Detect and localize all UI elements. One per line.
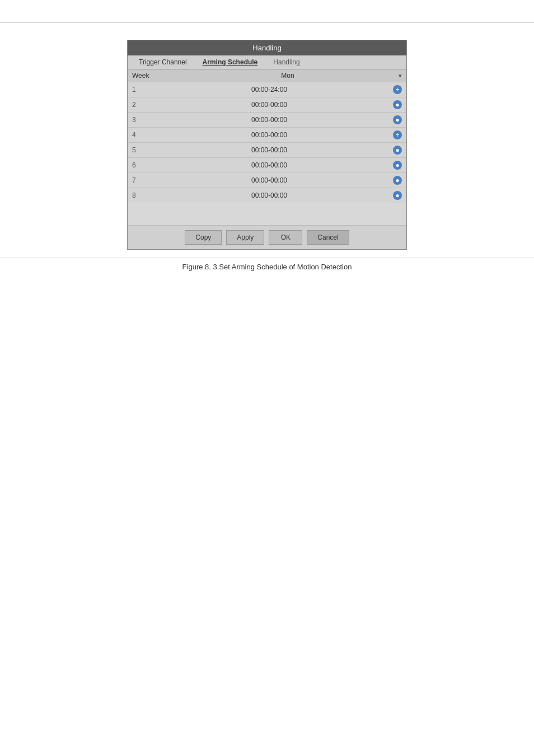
tab-arming-schedule[interactable]: Arming Schedule (196, 55, 265, 69)
row-num-5: 5 (128, 143, 150, 158)
dialog-container: Handling Trigger Channel Arming Schedule… (127, 40, 407, 250)
add-schedule-button-4[interactable]: + (393, 130, 402, 139)
row-num-8: 8 (128, 188, 150, 203)
time-range-1: 00:00-24:00 (150, 82, 388, 97)
add-btn-cell-3: ● (388, 113, 406, 128)
row-num-2: 2 (128, 97, 150, 113)
cancel-button[interactable]: Cancel (307, 230, 349, 245)
add-schedule-button-6[interactable]: ● (393, 161, 402, 170)
dialog-title: Handling (252, 44, 281, 52)
dialog-footer: Copy Apply OK Cancel (128, 225, 406, 249)
table-row: 2 00:00-00:00 ● (128, 97, 406, 113)
time-range-8: 00:00-00:00 (150, 188, 388, 203)
add-btn-cell-2: ● (388, 97, 406, 113)
table-row: 6 00:00-00:00 ● (128, 158, 406, 173)
week-row: Week Mon ▾ (128, 69, 406, 82)
add-schedule-button-1[interactable]: + (393, 85, 402, 94)
table-row: 5 00:00-00:00 ● (128, 143, 406, 158)
add-btn-cell-4: + (388, 128, 406, 143)
top-divider (0, 22, 534, 23)
row-num-4: 4 (128, 128, 150, 143)
figure-caption: Figure 8. 3 Set Arming Schedule of Motio… (182, 263, 352, 271)
table-row: 7 00:00-00:00 ● (128, 173, 406, 188)
row-num-7: 7 (128, 173, 150, 188)
add-btn-cell-1: + (388, 82, 406, 97)
copy-button[interactable]: Copy (185, 230, 222, 245)
add-btn-cell-8: ● (388, 188, 406, 203)
tab-handling[interactable]: Handling (266, 55, 306, 69)
row-num-3: 3 (128, 113, 150, 128)
spacer-area (128, 203, 406, 225)
add-schedule-button-2[interactable]: ● (393, 100, 402, 109)
week-value: Mon (177, 72, 399, 80)
row-num-6: 6 (128, 158, 150, 173)
bottom-divider (0, 258, 534, 258)
schedule-table: 1 00:00-24:00 + 2 00:00-00:00 ● (128, 82, 406, 203)
add-schedule-button-3[interactable]: ● (393, 115, 402, 124)
add-schedule-button-8[interactable]: ● (393, 191, 402, 200)
dialog-tabs: Trigger Channel Arming Schedule Handling (128, 55, 406, 69)
ok-button[interactable]: OK (269, 230, 302, 245)
row-num-1: 1 (128, 82, 150, 97)
table-row: 8 00:00-00:00 ● (128, 188, 406, 203)
add-btn-cell-6: ● (388, 158, 406, 173)
add-btn-cell-5: ● (388, 143, 406, 158)
table-row: 1 00:00-24:00 + (128, 82, 406, 97)
time-range-6: 00:00-00:00 (150, 158, 388, 173)
week-dropdown-icon[interactable]: ▾ (399, 72, 402, 80)
add-schedule-button-7[interactable]: ● (393, 176, 402, 185)
week-label: Week (132, 72, 177, 80)
table-row: 4 00:00-00:00 + (128, 128, 406, 143)
time-range-5: 00:00-00:00 (150, 143, 388, 158)
time-range-4: 00:00-00:00 (150, 128, 388, 143)
page-wrapper: Handling Trigger Channel Arming Schedule… (0, 22, 534, 271)
time-range-2: 00:00-00:00 (150, 97, 388, 113)
tab-trigger-channel[interactable]: Trigger Channel (132, 55, 194, 69)
dialog-body: Week Mon ▾ 1 00:00-24:00 + (128, 69, 406, 225)
add-btn-cell-7: ● (388, 173, 406, 188)
time-range-7: 00:00-00:00 (150, 173, 388, 188)
time-range-3: 00:00-00:00 (150, 113, 388, 128)
table-row: 3 00:00-00:00 ● (128, 113, 406, 128)
add-schedule-button-5[interactable]: ● (393, 146, 402, 155)
dialog-title-bar: Handling (128, 40, 406, 55)
apply-button[interactable]: Apply (226, 230, 264, 245)
